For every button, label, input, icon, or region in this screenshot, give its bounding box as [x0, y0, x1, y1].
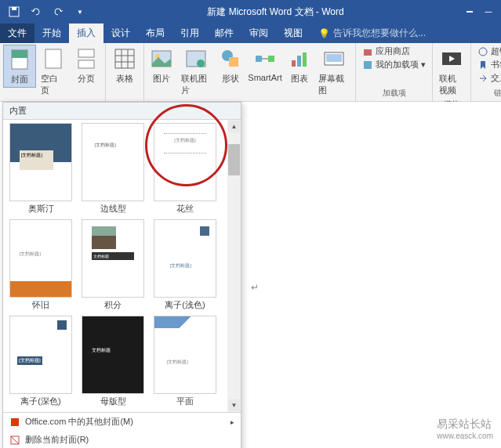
dropdown-footer: Office.com 中的其他封面(M)▸ 删除当前封面(R) 将所选内容保存到… — [3, 412, 241, 448]
cursor-mark: ↵ — [251, 282, 259, 293]
svg-rect-6 — [78, 49, 94, 57]
cover-item-ion-light[interactable]: [文档标题]离子(浅色) — [151, 219, 220, 313]
table-button[interactable]: 表格 — [109, 45, 140, 86]
lightbulb-icon: 💡 — [318, 28, 330, 39]
screenshot-icon — [321, 46, 347, 71]
store-icon — [362, 46, 373, 57]
blank-page-button[interactable]: 空白页 — [38, 45, 70, 98]
window-controls: ─ — [457, 4, 501, 20]
scroll-thumb[interactable] — [228, 144, 240, 175]
window-title: 新建 Microsoft Word 文档 - Word — [94, 5, 457, 19]
group-label-links: 链接 — [474, 87, 501, 99]
screenshot-button[interactable]: 屏幕截图 — [315, 45, 352, 98]
cover-item-austin[interactable]: [文档标题]奥斯汀 — [6, 123, 75, 216]
svg-rect-7 — [78, 60, 94, 68]
my-addins-button[interactable]: 我的加载项 ▾ — [359, 58, 429, 71]
online-picture-icon — [183, 46, 209, 71]
dropdown-section-header: 内置 — [3, 103, 241, 120]
cover-item-motion[interactable]: 文档标题母版型 — [78, 316, 147, 409]
svg-rect-26 — [326, 54, 342, 62]
bookmark-button[interactable]: 书签 — [474, 58, 501, 71]
svg-rect-19 — [256, 56, 262, 62]
group-addins: 应用商店 我的加载项 ▾ 加载项 — [356, 43, 433, 101]
group-media: 联机视频 媒体 — [433, 43, 471, 101]
more-covers-office-button[interactable]: Office.com 中的其他封面(M)▸ — [3, 413, 241, 431]
undo-button[interactable] — [28, 4, 44, 20]
tab-file[interactable]: 文件 — [0, 23, 34, 43]
smartart-icon — [252, 46, 278, 71]
cover-item-integral[interactable]: 文档标题积分 — [78, 219, 147, 313]
page-break-icon — [74, 46, 99, 71]
group-label-addins: 加载项 — [359, 87, 429, 99]
smartart-button[interactable]: SmartArt — [247, 45, 284, 84]
online-video-button[interactable]: 联机视频 — [436, 45, 467, 98]
online-picture-button[interactable]: 联机图片 — [178, 45, 215, 98]
picture-button[interactable]: 图片 — [147, 45, 176, 86]
tab-insert[interactable]: 插入 — [69, 23, 103, 43]
group-illustrations: 图片 联机图片 形状 SmartArt 图表 屏幕截图 — [144, 43, 356, 101]
tab-references[interactable]: 引用 — [172, 23, 207, 43]
tab-home[interactable]: 开始 — [34, 23, 69, 43]
table-icon — [112, 46, 137, 71]
tell-me-search[interactable]: 💡告诉我您想要做什么... — [310, 23, 434, 43]
tab-design[interactable]: 设计 — [103, 23, 138, 43]
group-links: 超链接 书签 交叉引用 链接 — [471, 43, 501, 101]
svg-rect-8 — [115, 49, 134, 68]
ribbon-tabs: 文件 开始 插入 设计 布局 引用 邮件 审阅 视图 💡告诉我您想要做什么... — [0, 23, 501, 43]
svg-rect-38 — [11, 418, 19, 426]
bookmark-icon — [477, 60, 488, 70]
hyperlink-button[interactable]: 超链接 — [474, 45, 501, 58]
svg-rect-22 — [292, 60, 296, 67]
svg-rect-20 — [268, 56, 274, 62]
crossref-icon — [477, 73, 488, 84]
cover-item-facet[interactable]: [文档标题]平面 — [151, 316, 220, 409]
svg-rect-2 — [467, 11, 473, 13]
chevron-right-icon: ▸ — [231, 418, 234, 426]
link-icon — [477, 46, 488, 57]
tab-review[interactable]: 审阅 — [241, 23, 276, 43]
qat-customize-icon[interactable]: ▼ — [72, 4, 88, 20]
svg-point-16 — [197, 60, 205, 67]
shapes-button[interactable]: 形状 — [216, 45, 245, 86]
cover-page-icon — [7, 47, 32, 72]
title-bar: ▼ 新建 Microsoft Word 文档 - Word ─ — [0, 0, 501, 23]
cover-page-button[interactable]: 封面 — [3, 45, 36, 88]
chart-icon — [287, 46, 312, 71]
save-button[interactable] — [6, 4, 22, 20]
remove-cover-button[interactable]: 删除当前封面(R) — [3, 431, 241, 448]
page-break-button[interactable]: 分页 — [71, 45, 102, 86]
video-icon — [439, 46, 464, 71]
svg-rect-23 — [297, 56, 301, 67]
picture-icon — [149, 46, 174, 71]
office-icon — [9, 417, 20, 428]
group-tables: 表格 — [106, 43, 144, 101]
tab-view[interactable]: 视图 — [276, 23, 310, 43]
gallery-scrollbar[interactable]: ▲ ▼ — [227, 120, 241, 412]
minimize-button[interactable]: ─ — [481, 4, 496, 20]
svg-rect-5 — [45, 49, 61, 68]
svg-rect-4 — [12, 50, 27, 58]
tab-mailings[interactable]: 邮件 — [207, 23, 241, 43]
tab-layout[interactable]: 布局 — [138, 23, 172, 43]
shapes-icon — [218, 46, 243, 71]
svg-rect-1 — [12, 7, 16, 10]
app-store-button[interactable]: 应用商店 — [359, 45, 429, 58]
svg-rect-24 — [303, 52, 307, 67]
scroll-down-icon[interactable]: ▼ — [228, 399, 240, 411]
svg-rect-18 — [229, 57, 238, 67]
chart-button[interactable]: 图表 — [285, 45, 314, 86]
svg-line-40 — [11, 436, 19, 444]
redo-button[interactable] — [50, 4, 66, 20]
scroll-up-icon[interactable]: ▲ — [228, 121, 240, 132]
cover-item-ion-dark[interactable]: [文档标题]离子(深色) — [6, 316, 75, 409]
ribbon-options-icon[interactable] — [462, 4, 477, 20]
cover-item-sideline[interactable]: [文档标题]边线型 — [78, 123, 147, 216]
cover-page-dropdown: 内置 [文档标题]奥斯汀 [文档标题]边线型 [文档标题]花丝 [文档标题]怀旧… — [2, 102, 241, 448]
cover-item-filigree[interactable]: [文档标题]花丝 — [151, 123, 220, 216]
crossref-button[interactable]: 交叉引用 — [474, 71, 501, 85]
group-pages: 封面 空白页 分页 — [0, 43, 106, 101]
addins-icon — [362, 60, 373, 70]
watermark: 易采站长站 www.easck.com — [437, 417, 493, 440]
quick-access-toolbar: ▼ — [0, 4, 94, 20]
cover-item-retrospect[interactable]: [文档标题]怀旧 — [6, 219, 75, 313]
